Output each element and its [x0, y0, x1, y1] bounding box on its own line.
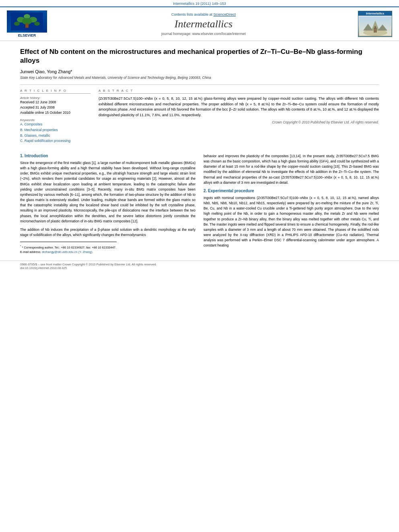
introduction-heading: 1. Introduction — [20, 154, 195, 158]
article-info-label: A R T I C L E I N F O — [20, 89, 90, 94]
svg-rect-14 — [374, 26, 376, 29]
sciencedirect-line: Contents lists available at ScienceDirec… — [53, 12, 354, 16]
page-wrapper: Intermetallics 19 (2011) 149–153 ELSEVIE… — [0, 0, 399, 271]
experimental-heading: 2. Experimental procedure — [204, 189, 379, 193]
introduction-paragraph1: Since the emergence of the first metalli… — [20, 160, 195, 224]
abstract-panel: A B S T R A C T (Zr35Ti30Be27.5Cu7.5)100… — [99, 89, 379, 147]
elsevier-logo-image — [7, 10, 47, 33]
citation-bar: Intermetallics 19 (2011) 149–153 — [0, 0, 399, 6]
footnote-corresponding: * * Corresponding author. Tel.: +86 10 6… — [20, 244, 195, 250]
keyword-1: A. Composites — [20, 122, 90, 127]
intermetallics-logo-container: Intermetallics — [358, 11, 394, 37]
right-column: behavior and improves the plasticity of … — [204, 154, 379, 254]
article-content: Effect of Nb content on the microstructu… — [0, 41, 399, 261]
two-column-body: 1. Introduction Since the emergence of t… — [20, 154, 379, 254]
article-authors: Junwei Qiao, Yong Zhang* — [20, 69, 379, 74]
article-accepted: Accepted 31 July 2008 — [20, 105, 90, 110]
intermetallics-logo-label: Intermetallics — [358, 11, 392, 16]
header-center: Contents lists available at ScienceDirec… — [53, 12, 354, 36]
right-paragraph1: behavior and improves the plasticity of … — [204, 154, 379, 185]
svg-rect-5 — [25, 24, 29, 28]
abstract-text: (Zr35Ti30Be27.5Cu7.5)100−xNbx (x = 0, 5,… — [99, 96, 379, 118]
journal-header: ELSEVIER Contents lists available at Sci… — [0, 6, 399, 41]
svg-point-7 — [34, 22, 40, 26]
article-info-abstract: A R T I C L E I N F O Article history: R… — [20, 84, 379, 147]
citation-text: Intermetallics 19 (2011) 149–153 — [173, 2, 226, 6]
footnote-email-label: E-mail address: — [20, 250, 41, 254]
elsevier-logo-container: ELSEVIER — [5, 10, 49, 37]
footnote-corresponding-text: * Corresponding author. Tel.: +86 10 623… — [22, 246, 116, 249]
keyword-3: B. Glasses, metallic — [20, 133, 90, 139]
article-available: Available online 15 October 2010 — [20, 110, 90, 115]
article-received: Received 12 June 2008 — [20, 100, 90, 105]
issn-text: 0966-9795/$ – see front matter Crown Cop… — [20, 263, 379, 266]
article-title: Effect of Nb content on the microstructu… — [20, 47, 379, 65]
article-affiliation: State Key Laboratory for Advanced Metals… — [20, 76, 379, 80]
right-paragraph2: Ingots with nominal compositions (Zr35Ti… — [204, 195, 379, 249]
footnote-email: E-mail address: drzhangy@skl.ustb.edu.cn… — [20, 250, 195, 254]
article-history-label: Article history: — [20, 96, 90, 100]
journal-homepage: journal homepage: www.elsevier.com/locat… — [53, 32, 354, 36]
sciencedirect-link-text[interactable]: ScienceDirect — [214, 12, 236, 16]
intermetallics-logo-image — [358, 16, 392, 37]
footnote-email-address[interactable]: drzhangy@skl.ustb.edu.cn (Y. Zhang). — [42, 250, 93, 254]
article-info-panel: A R T I C L E I N F O Article history: R… — [20, 89, 90, 147]
doi-text: doi:10.1016/j.intermet.2010.08.025 — [20, 266, 379, 270]
footnote-divider — [20, 242, 117, 242]
introduction-paragraph2: The addition of Nb induces the precipita… — [20, 227, 195, 238]
svg-point-4 — [22, 18, 32, 25]
intermetallics-logo-box: Intermetallics — [358, 11, 392, 37]
keyword-4: C. Rapid solidification processing — [20, 138, 90, 144]
keywords-group: Keywords: A. Composites B. Mechanical pr… — [20, 118, 90, 144]
svg-point-6 — [14, 22, 20, 26]
authors-text: Junwei Qiao, Yong Zhang* — [20, 69, 72, 74]
abstract-copyright: Crown Copyright © 2010 Published by Else… — [99, 120, 379, 124]
journal-title: Intermetallics — [53, 18, 354, 30]
elsevier-label: ELSEVIER — [18, 33, 36, 37]
bottom-bar: 0966-9795/$ – see front matter Crown Cop… — [0, 261, 399, 271]
keywords-list: A. Composites B. Mechanical properties B… — [20, 122, 90, 144]
abstract-label: A B S T R A C T — [99, 89, 379, 94]
keywords-label: Keywords: — [20, 118, 90, 122]
article-history-group: Article history: Received 12 June 2008 A… — [20, 96, 90, 115]
contents-available-text: Contents lists available at — [171, 12, 212, 16]
keyword-2: B. Mechanical properties — [20, 127, 90, 133]
left-column: 1. Introduction Since the emergence of t… — [20, 154, 195, 254]
